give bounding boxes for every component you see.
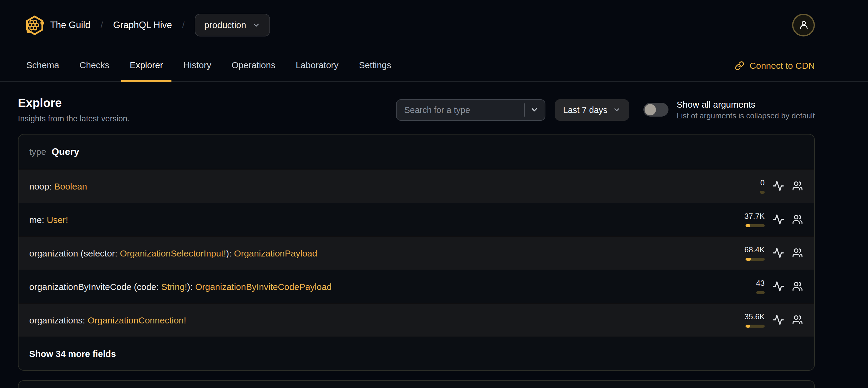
field-signature: noop: Boolean: [29, 181, 87, 191]
field-stats: 68.4K: [729, 246, 803, 261]
activity-icon[interactable]: [772, 281, 784, 293]
field-row[interactable]: organization (selector: OrganizationSele…: [19, 236, 814, 270]
period-value: Last 7 days: [563, 105, 607, 115]
field-row[interactable]: me: User! 37.7K: [19, 203, 814, 236]
show-more-fields-button[interactable]: Show 34 more fields: [19, 336, 814, 370]
type-card-query: type Query noop: Boolean 0 me: User! 37.…: [18, 134, 815, 371]
field-row[interactable]: noop: Boolean 0: [19, 169, 814, 203]
breadcrumb-separator: /: [100, 20, 103, 30]
connect-to-cdn-link[interactable]: Connect to CDN: [735, 50, 815, 81]
field-stats: 35.6K: [729, 313, 803, 328]
users-icon[interactable]: [792, 315, 803, 326]
next-type-card: [18, 380, 815, 388]
type-search-input[interactable]: [396, 105, 524, 115]
field-signature: me: User!: [29, 215, 68, 225]
field-stats: 37.7K: [729, 212, 803, 227]
field-signature: organizations: OrganizationConnection!: [29, 315, 186, 325]
period-dropdown[interactable]: Last 7 days: [555, 99, 629, 120]
breadcrumb-project-link[interactable]: GraphQL Hive: [113, 20, 172, 30]
usage-count: 37.7K: [744, 212, 765, 221]
user-avatar-button[interactable]: [792, 13, 815, 36]
field-signature: organization (selector: OrganizationSele…: [29, 248, 317, 258]
type-search-combobox: [396, 99, 545, 120]
usage-count: 35.6K: [744, 313, 765, 322]
activity-icon[interactable]: [772, 314, 784, 326]
activity-icon[interactable]: [772, 247, 784, 259]
usage-bar: [746, 224, 765, 227]
breadcrumb: The Guild / GraphQL Hive / production: [25, 13, 270, 36]
usage-bar: [756, 291, 765, 294]
chevron-down-icon: [530, 105, 539, 114]
tab-schema[interactable]: Schema: [18, 50, 67, 82]
field-stats: 43: [729, 279, 803, 294]
tab-checks[interactable]: Checks: [71, 50, 118, 82]
page-heading: Explore Insights from the latest version…: [18, 96, 130, 123]
usage-count: 68.4K: [744, 246, 765, 255]
toggle-knob: [645, 104, 656, 115]
users-icon[interactable]: [792, 281, 803, 292]
field-row[interactable]: organizations: OrganizationConnection! 3…: [19, 303, 814, 336]
explorer-page: Explore Insights from the latest version…: [0, 96, 868, 388]
main-nav: Schema Checks Explorer History Operation…: [0, 50, 868, 82]
toggle-description: List of arguments is collapsed by defaul…: [677, 111, 815, 120]
app-header: The Guild / GraphQL Hive / production: [0, 0, 868, 50]
field-stats: 0: [729, 179, 803, 194]
usage-count: 0: [761, 179, 765, 188]
usage-bar: [746, 324, 765, 327]
user-icon: [798, 20, 809, 30]
app-viewport: The Guild / GraphQL Hive / production Sc…: [0, 0, 868, 388]
usage-bar: [746, 257, 765, 260]
show-all-arguments-toggle[interactable]: [643, 103, 669, 117]
usage-bar-fill: [746, 224, 750, 227]
target-selector-value: production: [204, 20, 246, 30]
tab-list: Schema Checks Explorer History Operation…: [18, 50, 400, 81]
usage-count: 43: [756, 279, 765, 288]
breadcrumb-separator: /: [182, 20, 185, 30]
connect-to-cdn-label: Connect to CDN: [750, 60, 815, 70]
tab-history[interactable]: History: [175, 50, 220, 82]
tab-operations[interactable]: Operations: [223, 50, 284, 82]
type-card-header: type Query: [19, 135, 814, 169]
activity-icon[interactable]: [772, 214, 784, 226]
page-title: Explore: [18, 96, 130, 110]
usage-bar-fill: [746, 257, 751, 260]
breadcrumb-org-link[interactable]: The Guild: [50, 20, 90, 30]
show-all-arguments-control: Show all arguments List of arguments is …: [643, 99, 815, 120]
page-subtitle: Insights from the latest version.: [18, 114, 130, 123]
combobox-toggle-button[interactable]: [524, 99, 545, 120]
field-row[interactable]: organizationByInviteCode (code: String!)…: [19, 270, 814, 303]
chevron-down-icon: [613, 106, 621, 114]
users-icon[interactable]: [792, 181, 803, 191]
field-usage: 37.7K: [729, 212, 765, 227]
users-icon[interactable]: [792, 248, 803, 259]
field-usage: 35.6K: [729, 313, 765, 328]
tab-explorer[interactable]: Explorer: [121, 50, 172, 82]
users-icon[interactable]: [792, 214, 803, 225]
field-signature: organizationByInviteCode (code: String!)…: [29, 281, 332, 292]
target-selector-dropdown[interactable]: production: [195, 13, 270, 36]
tab-settings[interactable]: Settings: [350, 50, 399, 82]
field-usage: 68.4K: [729, 246, 765, 261]
type-name: Query: [52, 146, 80, 157]
link-icon: [735, 61, 744, 70]
field-list: noop: Boolean 0 me: User! 37.7K: [19, 169, 814, 336]
field-usage: 0: [729, 179, 765, 194]
usage-bar-fill: [746, 324, 750, 327]
tab-laboratory[interactable]: Laboratory: [287, 50, 347, 82]
type-kind-label: type: [29, 147, 46, 157]
usage-bar: [760, 190, 765, 193]
explorer-controls: Last 7 days Show all arguments List of a…: [396, 99, 815, 120]
hive-logo-icon[interactable]: [25, 14, 45, 36]
chevron-down-icon: [252, 21, 260, 29]
field-usage: 43: [729, 279, 765, 294]
toggle-label: Show all arguments: [677, 99, 815, 110]
activity-icon[interactable]: [772, 180, 784, 192]
